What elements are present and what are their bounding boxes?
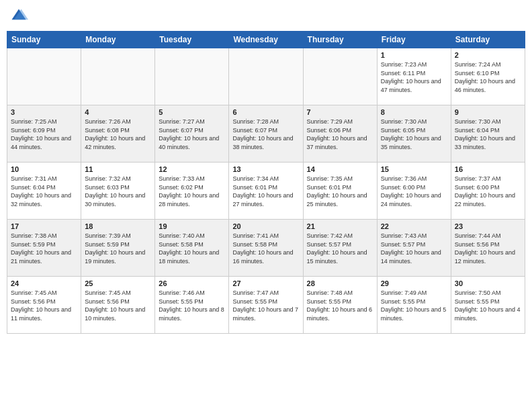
- day-info: Sunrise: 7:45 AM Sunset: 5:56 PM Dayligh…: [85, 289, 151, 322]
- day-info: Sunrise: 7:34 AM Sunset: 6:01 PM Dayligh…: [232, 175, 299, 208]
- calendar-cell: 10Sunrise: 7:31 AM Sunset: 6:04 PM Dayli…: [7, 163, 81, 220]
- day-number: 22: [381, 222, 447, 230]
- day-info: Sunrise: 7:43 AM Sunset: 5:57 PM Dayligh…: [381, 232, 447, 265]
- calendar-cell: 17Sunrise: 7:38 AM Sunset: 5:59 PM Dayli…: [7, 220, 81, 277]
- calendar-cell: [155, 48, 229, 105]
- calendar-cell: 18Sunrise: 7:39 AM Sunset: 5:59 PM Dayli…: [81, 220, 155, 277]
- day-info: Sunrise: 7:26 AM Sunset: 6:08 PM Dayligh…: [85, 118, 151, 151]
- day-number: 26: [159, 279, 225, 287]
- calendar-header-row: SundayMondayTuesdayWednesdayThursdayFrid…: [7, 32, 525, 48]
- day-info: Sunrise: 7:48 AM Sunset: 5:55 PM Dayligh…: [307, 289, 373, 322]
- day-info: Sunrise: 7:33 AM Sunset: 6:02 PM Dayligh…: [159, 175, 225, 208]
- calendar-cell: 14Sunrise: 7:35 AM Sunset: 6:01 PM Dayli…: [303, 163, 377, 220]
- day-number: 16: [455, 165, 521, 173]
- day-info: Sunrise: 7:45 AM Sunset: 5:56 PM Dayligh…: [11, 289, 77, 322]
- calendar-cell: 28Sunrise: 7:48 AM Sunset: 5:55 PM Dayli…: [303, 277, 377, 334]
- day-info: Sunrise: 7:30 AM Sunset: 6:04 PM Dayligh…: [455, 118, 521, 151]
- day-info: Sunrise: 7:40 AM Sunset: 5:58 PM Dayligh…: [159, 232, 225, 265]
- calendar-cell: 21Sunrise: 7:42 AM Sunset: 5:57 PM Dayli…: [303, 220, 377, 277]
- calendar-table: SundayMondayTuesdayWednesdayThursdayFrid…: [7, 31, 525, 334]
- calendar-week-row: 24Sunrise: 7:45 AM Sunset: 5:56 PM Dayli…: [7, 277, 525, 334]
- day-info: Sunrise: 7:41 AM Sunset: 5:58 PM Dayligh…: [232, 232, 299, 265]
- calendar-cell: 27Sunrise: 7:47 AM Sunset: 5:55 PM Dayli…: [229, 277, 303, 334]
- day-number: 5: [159, 108, 225, 116]
- day-number: 10: [11, 165, 77, 173]
- calendar-cell: 11Sunrise: 7:32 AM Sunset: 6:03 PM Dayli…: [81, 163, 155, 220]
- calendar-cell: 1Sunrise: 7:23 AM Sunset: 6:11 PM Daylig…: [377, 48, 451, 105]
- day-info: Sunrise: 7:30 AM Sunset: 6:05 PM Dayligh…: [381, 118, 447, 151]
- calendar-cell: 23Sunrise: 7:44 AM Sunset: 5:56 PM Dayli…: [451, 220, 525, 277]
- calendar-cell: 12Sunrise: 7:33 AM Sunset: 6:02 PM Dayli…: [155, 163, 229, 220]
- day-number: 27: [232, 279, 299, 287]
- day-info: Sunrise: 7:38 AM Sunset: 5:59 PM Dayligh…: [11, 232, 77, 265]
- calendar-cell: 15Sunrise: 7:36 AM Sunset: 6:00 PM Dayli…: [377, 163, 451, 220]
- day-number: 18: [85, 222, 151, 230]
- day-number: 30: [455, 279, 521, 287]
- day-info: Sunrise: 7:27 AM Sunset: 6:07 PM Dayligh…: [159, 118, 225, 151]
- day-number: 1: [381, 51, 447, 59]
- day-info: Sunrise: 7:24 AM Sunset: 6:10 PM Dayligh…: [455, 60, 521, 94]
- day-number: 17: [11, 222, 77, 230]
- day-number: 4: [85, 108, 151, 116]
- calendar-week-row: 1Sunrise: 7:23 AM Sunset: 6:11 PM Daylig…: [7, 48, 525, 105]
- day-number: 2: [455, 51, 521, 59]
- day-of-week-header: Monday: [81, 32, 155, 48]
- day-info: Sunrise: 7:23 AM Sunset: 6:11 PM Dayligh…: [381, 60, 447, 94]
- day-number: 21: [307, 222, 373, 230]
- calendar-cell: 5Sunrise: 7:27 AM Sunset: 6:07 PM Daylig…: [155, 105, 229, 163]
- day-number: 11: [85, 165, 151, 173]
- logo: [9, 7, 31, 26]
- day-of-week-header: Wednesday: [229, 32, 303, 48]
- day-info: Sunrise: 7:42 AM Sunset: 5:57 PM Dayligh…: [307, 232, 373, 265]
- calendar-cell: [303, 48, 377, 105]
- calendar-cell: 8Sunrise: 7:30 AM Sunset: 6:05 PM Daylig…: [377, 105, 451, 163]
- day-of-week-header: Sunday: [7, 32, 81, 48]
- day-number: 3: [11, 108, 77, 116]
- day-number: 13: [232, 165, 299, 173]
- day-info: Sunrise: 7:25 AM Sunset: 6:09 PM Dayligh…: [11, 118, 77, 151]
- calendar-cell: 2Sunrise: 7:24 AM Sunset: 6:10 PM Daylig…: [451, 48, 525, 105]
- day-info: Sunrise: 7:50 AM Sunset: 5:55 PM Dayligh…: [455, 289, 521, 322]
- day-info: Sunrise: 7:37 AM Sunset: 6:00 PM Dayligh…: [455, 175, 521, 208]
- calendar-cell: [229, 48, 303, 105]
- day-number: 8: [381, 108, 447, 116]
- calendar-cell: 29Sunrise: 7:49 AM Sunset: 5:55 PM Dayli…: [377, 277, 451, 334]
- day-number: 20: [232, 222, 299, 230]
- day-of-week-header: Thursday: [303, 32, 377, 48]
- calendar-week-row: 3Sunrise: 7:25 AM Sunset: 6:09 PM Daylig…: [7, 105, 525, 163]
- calendar-cell: 7Sunrise: 7:29 AM Sunset: 6:06 PM Daylig…: [303, 105, 377, 163]
- calendar-cell: [81, 48, 155, 105]
- day-of-week-header: Saturday: [451, 32, 525, 48]
- day-of-week-header: Friday: [377, 32, 451, 48]
- calendar-cell: 4Sunrise: 7:26 AM Sunset: 6:08 PM Daylig…: [81, 105, 155, 163]
- day-number: 15: [381, 165, 447, 173]
- calendar-cell: 20Sunrise: 7:41 AM Sunset: 5:58 PM Dayli…: [229, 220, 303, 277]
- calendar-cell: 25Sunrise: 7:45 AM Sunset: 5:56 PM Dayli…: [81, 277, 155, 334]
- day-info: Sunrise: 7:39 AM Sunset: 5:59 PM Dayligh…: [85, 232, 151, 265]
- day-info: Sunrise: 7:46 AM Sunset: 5:55 PM Dayligh…: [159, 289, 225, 322]
- day-info: Sunrise: 7:28 AM Sunset: 6:07 PM Dayligh…: [232, 118, 299, 151]
- day-info: Sunrise: 7:44 AM Sunset: 5:56 PM Dayligh…: [455, 232, 521, 265]
- calendar-cell: 6Sunrise: 7:28 AM Sunset: 6:07 PM Daylig…: [229, 105, 303, 163]
- day-number: 7: [307, 108, 373, 116]
- calendar-week-row: 10Sunrise: 7:31 AM Sunset: 6:04 PM Dayli…: [7, 163, 525, 220]
- page-header: [7, 7, 525, 26]
- day-number: 12: [159, 165, 225, 173]
- day-info: Sunrise: 7:47 AM Sunset: 5:55 PM Dayligh…: [232, 289, 299, 322]
- day-info: Sunrise: 7:29 AM Sunset: 6:06 PM Dayligh…: [307, 118, 373, 151]
- calendar-cell: 13Sunrise: 7:34 AM Sunset: 6:01 PM Dayli…: [229, 163, 303, 220]
- day-number: 23: [455, 222, 521, 230]
- day-number: 24: [11, 279, 77, 287]
- calendar-cell: 3Sunrise: 7:25 AM Sunset: 6:09 PM Daylig…: [7, 105, 81, 163]
- calendar-cell: 19Sunrise: 7:40 AM Sunset: 5:58 PM Dayli…: [155, 220, 229, 277]
- calendar-cell: 24Sunrise: 7:45 AM Sunset: 5:56 PM Dayli…: [7, 277, 81, 334]
- day-number: 14: [307, 165, 373, 173]
- day-number: 25: [85, 279, 151, 287]
- day-info: Sunrise: 7:35 AM Sunset: 6:01 PM Dayligh…: [307, 175, 373, 208]
- calendar-cell: 30Sunrise: 7:50 AM Sunset: 5:55 PM Dayli…: [451, 277, 525, 334]
- calendar-cell: [7, 48, 81, 105]
- day-number: 29: [381, 279, 447, 287]
- calendar-cell: 22Sunrise: 7:43 AM Sunset: 5:57 PM Dayli…: [377, 220, 451, 277]
- calendar-cell: 16Sunrise: 7:37 AM Sunset: 6:00 PM Dayli…: [451, 163, 525, 220]
- day-of-week-header: Tuesday: [155, 32, 229, 48]
